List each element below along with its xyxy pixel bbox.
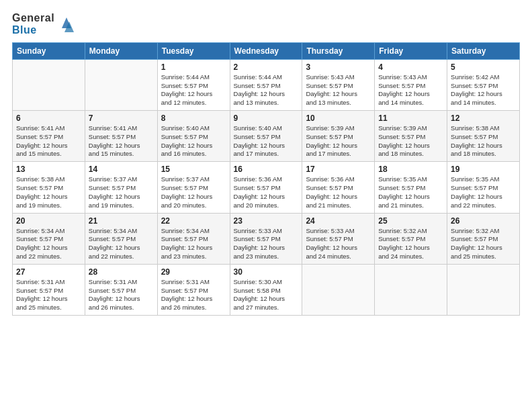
day-info: Sunrise: 5:34 AM Sunset: 5:57 PM Dayligh…	[89, 227, 154, 261]
day-number: 12	[451, 113, 516, 123]
calendar-day-15: 15Sunrise: 5:37 AM Sunset: 5:57 PM Dayli…	[157, 162, 230, 213]
day-number: 14	[89, 165, 154, 174]
day-info: Sunrise: 5:33 AM Sunset: 5:57 PM Dayligh…	[306, 227, 371, 261]
day-number: 25	[378, 216, 443, 226]
calendar-empty-cell	[302, 264, 375, 315]
calendar-day-20: 20Sunrise: 5:34 AM Sunset: 5:57 PM Dayli…	[13, 213, 85, 264]
day-info: Sunrise: 5:38 AM Sunset: 5:57 PM Dayligh…	[16, 175, 81, 210]
calendar-day-1: 1Sunrise: 5:44 AM Sunset: 5:57 PM Daylig…	[157, 59, 230, 110]
day-number: 5	[451, 62, 516, 72]
calendar-day-11: 11Sunrise: 5:39 AM Sunset: 5:57 PM Dayli…	[375, 111, 447, 162]
logo: General Blue	[12, 12, 77, 37]
day-info: Sunrise: 5:44 AM Sunset: 5:57 PM Dayligh…	[161, 73, 226, 107]
day-number: 6	[16, 113, 81, 123]
calendar-day-24: 24Sunrise: 5:33 AM Sunset: 5:57 PM Dayli…	[302, 213, 375, 264]
day-info: Sunrise: 5:40 AM Sunset: 5:57 PM Dayligh…	[161, 124, 226, 158]
calendar-day-8: 8Sunrise: 5:40 AM Sunset: 5:57 PM Daylig…	[157, 111, 230, 162]
logo-blue: Blue	[12, 24, 54, 36]
calendar-day-27: 27Sunrise: 5:31 AM Sunset: 5:57 PM Dayli…	[13, 264, 85, 315]
day-info: Sunrise: 5:38 AM Sunset: 5:57 PM Dayligh…	[451, 124, 516, 158]
day-info: Sunrise: 5:36 AM Sunset: 5:57 PM Dayligh…	[306, 175, 371, 210]
day-info: Sunrise: 5:31 AM Sunset: 5:57 PM Dayligh…	[89, 278, 154, 312]
calendar-day-16: 16Sunrise: 5:36 AM Sunset: 5:57 PM Dayli…	[230, 162, 302, 213]
logo-general: General	[12, 12, 54, 24]
calendar-day-18: 18Sunrise: 5:35 AM Sunset: 5:57 PM Dayli…	[375, 162, 447, 213]
calendar-day-17: 17Sunrise: 5:36 AM Sunset: 5:57 PM Dayli…	[302, 162, 375, 213]
day-info: Sunrise: 5:35 AM Sunset: 5:57 PM Dayligh…	[451, 175, 516, 210]
day-number: 22	[161, 216, 226, 226]
calendar-table: SundayMondayTuesdayWednesdayThursdayFrid…	[12, 42, 520, 316]
day-info: Sunrise: 5:37 AM Sunset: 5:57 PM Dayligh…	[89, 175, 154, 210]
day-number: 30	[234, 267, 299, 277]
day-info: Sunrise: 5:40 AM Sunset: 5:57 PM Dayligh…	[234, 124, 299, 158]
calendar-day-19: 19Sunrise: 5:35 AM Sunset: 5:57 PM Dayli…	[447, 162, 520, 213]
day-number: 7	[89, 113, 154, 123]
header: General Blue	[12, 12, 520, 37]
calendar-day-6: 6Sunrise: 5:41 AM Sunset: 5:57 PM Daylig…	[13, 111, 85, 162]
weekday-header-saturday: Saturday	[447, 42, 520, 59]
calendar-day-4: 4Sunrise: 5:43 AM Sunset: 5:57 PM Daylig…	[375, 59, 447, 110]
calendar-week-row: 1Sunrise: 5:44 AM Sunset: 5:57 PM Daylig…	[13, 59, 520, 110]
day-info: Sunrise: 5:32 AM Sunset: 5:57 PM Dayligh…	[451, 227, 516, 261]
calendar-day-28: 28Sunrise: 5:31 AM Sunset: 5:57 PM Dayli…	[85, 264, 157, 315]
page: General Blue SundayMondayTuesdayWednesda…	[0, 0, 532, 322]
calendar-day-21: 21Sunrise: 5:34 AM Sunset: 5:57 PM Dayli…	[85, 213, 157, 264]
day-number: 21	[89, 216, 154, 226]
weekday-header-sunday: Sunday	[13, 42, 85, 59]
weekday-header-wednesday: Wednesday	[230, 42, 302, 59]
calendar-empty-cell	[85, 59, 157, 110]
day-info: Sunrise: 5:31 AM Sunset: 5:57 PM Dayligh…	[16, 278, 81, 312]
weekday-header-monday: Monday	[85, 42, 157, 59]
calendar-week-row: 6Sunrise: 5:41 AM Sunset: 5:57 PM Daylig…	[13, 111, 520, 162]
day-info: Sunrise: 5:43 AM Sunset: 5:57 PM Dayligh…	[378, 73, 443, 107]
calendar-empty-cell	[13, 59, 85, 110]
calendar-day-23: 23Sunrise: 5:33 AM Sunset: 5:57 PM Dayli…	[230, 213, 302, 264]
calendar-day-25: 25Sunrise: 5:32 AM Sunset: 5:57 PM Dayli…	[375, 213, 447, 264]
day-number: 3	[306, 62, 371, 72]
day-info: Sunrise: 5:41 AM Sunset: 5:57 PM Dayligh…	[89, 124, 154, 158]
day-info: Sunrise: 5:34 AM Sunset: 5:57 PM Dayligh…	[16, 227, 81, 261]
calendar-day-13: 13Sunrise: 5:38 AM Sunset: 5:57 PM Dayli…	[13, 162, 85, 213]
day-number: 17	[306, 165, 371, 174]
day-number: 24	[306, 216, 371, 226]
calendar-day-29: 29Sunrise: 5:31 AM Sunset: 5:57 PM Dayli…	[157, 264, 230, 315]
day-number: 29	[161, 267, 226, 277]
day-info: Sunrise: 5:39 AM Sunset: 5:57 PM Dayligh…	[306, 124, 371, 158]
day-number: 16	[234, 165, 299, 174]
day-number: 13	[16, 165, 81, 174]
calendar-day-30: 30Sunrise: 5:30 AM Sunset: 5:58 PM Dayli…	[230, 264, 302, 315]
day-info: Sunrise: 5:34 AM Sunset: 5:57 PM Dayligh…	[161, 227, 226, 261]
calendar-week-row: 27Sunrise: 5:31 AM Sunset: 5:57 PM Dayli…	[13, 264, 520, 315]
day-number: 10	[306, 113, 371, 123]
day-number: 2	[234, 62, 299, 72]
day-info: Sunrise: 5:30 AM Sunset: 5:58 PM Dayligh…	[234, 278, 299, 312]
calendar-day-3: 3Sunrise: 5:43 AM Sunset: 5:57 PM Daylig…	[302, 59, 375, 110]
calendar-week-row: 20Sunrise: 5:34 AM Sunset: 5:57 PM Dayli…	[13, 213, 520, 264]
logo-icon	[56, 15, 77, 35]
calendar-day-9: 9Sunrise: 5:40 AM Sunset: 5:57 PM Daylig…	[230, 111, 302, 162]
calendar-week-row: 13Sunrise: 5:38 AM Sunset: 5:57 PM Dayli…	[13, 162, 520, 213]
weekday-header-tuesday: Tuesday	[157, 42, 230, 59]
day-number: 1	[161, 62, 226, 72]
day-number: 8	[161, 113, 226, 123]
day-number: 28	[89, 267, 154, 277]
day-info: Sunrise: 5:42 AM Sunset: 5:57 PM Dayligh…	[451, 73, 516, 107]
weekday-header-thursday: Thursday	[302, 42, 375, 59]
day-number: 4	[378, 62, 443, 72]
day-number: 15	[161, 165, 226, 174]
day-info: Sunrise: 5:44 AM Sunset: 5:57 PM Dayligh…	[234, 73, 299, 107]
calendar-day-5: 5Sunrise: 5:42 AM Sunset: 5:57 PM Daylig…	[447, 59, 520, 110]
day-number: 18	[378, 165, 443, 174]
calendar-day-2: 2Sunrise: 5:44 AM Sunset: 5:57 PM Daylig…	[230, 59, 302, 110]
calendar-empty-cell	[447, 264, 520, 315]
day-number: 23	[234, 216, 299, 226]
day-number: 27	[16, 267, 81, 277]
day-number: 9	[234, 113, 299, 123]
day-info: Sunrise: 5:31 AM Sunset: 5:57 PM Dayligh…	[161, 278, 226, 312]
calendar-day-26: 26Sunrise: 5:32 AM Sunset: 5:57 PM Dayli…	[447, 213, 520, 264]
day-info: Sunrise: 5:39 AM Sunset: 5:57 PM Dayligh…	[378, 124, 443, 158]
day-info: Sunrise: 5:32 AM Sunset: 5:57 PM Dayligh…	[378, 227, 443, 261]
day-info: Sunrise: 5:43 AM Sunset: 5:57 PM Dayligh…	[306, 73, 371, 107]
calendar-day-14: 14Sunrise: 5:37 AM Sunset: 5:57 PM Dayli…	[85, 162, 157, 213]
calendar-day-10: 10Sunrise: 5:39 AM Sunset: 5:57 PM Dayli…	[302, 111, 375, 162]
